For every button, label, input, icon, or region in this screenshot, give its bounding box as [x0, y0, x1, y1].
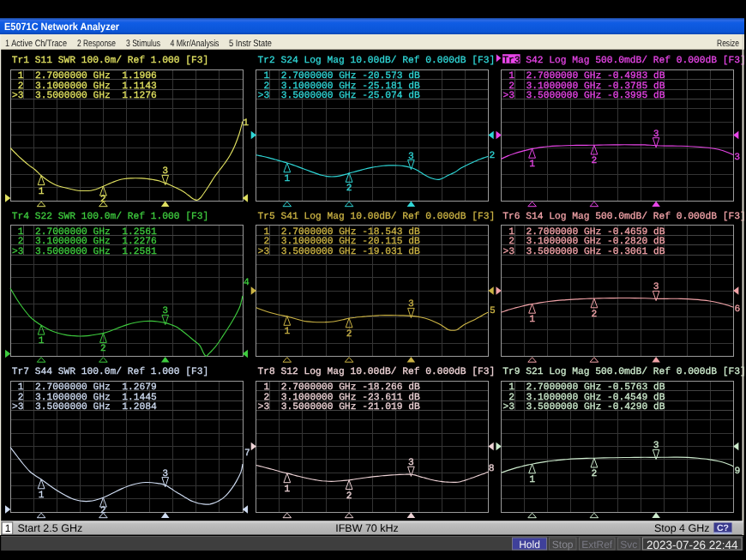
svg-text:1: 1 [284, 174, 290, 184]
svg-text:Tr1 S11 SWR 100.0m/ Ref 1.000: Tr1 S11 SWR 100.0m/ Ref 1.000 [F3] [12, 55, 209, 66]
svg-text:>3 3.5000000 GHz -0.3995 dB: >3 3.5000000 GHz -0.3995 dB [503, 90, 665, 101]
svg-text:Stop 4 GHz: Stop 4 GHz [654, 522, 710, 534]
svg-text:Start 2.5 GHz: Start 2.5 GHz [18, 522, 83, 534]
svg-text:ExtRef: ExtRef [581, 539, 613, 551]
svg-text:Tr8 S12 Log Mag 10.00dB/ Ref 0: Tr8 S12 Log Mag 10.00dB/ Ref 0.000dB [F3… [258, 366, 496, 377]
svg-text:1: 1 [5, 522, 11, 534]
svg-text:7: 7 [244, 449, 250, 459]
svg-text:1: 1 [529, 160, 535, 170]
svg-text:2: 2 [592, 156, 598, 166]
svg-text:1: 1 [243, 118, 249, 129]
svg-text:1: 1 [284, 485, 290, 495]
svg-text:>3 3.5000000 GHz 1.1276: >3 3.5000000 GHz 1.1276 [12, 91, 157, 101]
svg-text:3: 3 [408, 458, 414, 468]
svg-text:2 Response: 2 Response [77, 39, 116, 49]
svg-text:E5071C Network Analyzer: E5071C Network Analyzer [4, 21, 119, 33]
svg-text:Hold: Hold [519, 539, 540, 551]
svg-text:9: 9 [735, 467, 741, 477]
svg-text:1: 1 [39, 491, 45, 501]
svg-text:1 2.7000000 GHz -0.4983 dB: 1 2.7000000 GHz -0.4983 dB [503, 70, 665, 81]
svg-text:Tr9 S21 Log Mag 500.0mdB/ Ref: Tr9 S21 Log Mag 500.0mdB/ Ref 0.000dB [F… [502, 366, 746, 377]
svg-text:2 3.1000000 GHz -25.181 dB: 2 3.1000000 GHz -25.181 dB [258, 81, 420, 92]
svg-text:>3 3.5000000 GHz 1.2581: >3 3.5000000 GHz 1.2581 [12, 247, 157, 257]
svg-text:3: 3 [162, 166, 168, 177]
svg-text:4: 4 [244, 278, 250, 288]
svg-text:1 2.7000000 GHz -18.543 dB: 1 2.7000000 GHz -18.543 dB [258, 226, 420, 238]
svg-text:Resize: Resize [717, 39, 739, 49]
svg-text:2: 2 [490, 151, 496, 161]
svg-text:2 3.1000000 GHz -0.2820 dB: 2 3.1000000 GHz -0.2820 dB [503, 236, 665, 247]
svg-text:5: 5 [490, 306, 496, 316]
svg-text:2: 2 [592, 310, 598, 320]
svg-text:2: 2 [346, 184, 352, 194]
svg-text:C?: C? [717, 523, 729, 533]
svg-text:>3 3.5000000 GHz -0.4290 dB: >3 3.5000000 GHz -0.4290 dB [503, 401, 665, 412]
svg-text:3: 3 [653, 129, 659, 140]
svg-text:3: 3 [653, 282, 659, 292]
svg-text:1 2.7000000 GHz 1.2561: 1 2.7000000 GHz 1.2561 [12, 227, 157, 238]
svg-text:2 3.1000000 GHz 1.2276: 2 3.1000000 GHz 1.2276 [12, 237, 157, 247]
svg-text:1: 1 [529, 315, 535, 325]
svg-text:Tr7 S44 SWR 100.0m/ Ref 1.000: Tr7 S44 SWR 100.0m/ Ref 1.000 [F3] [12, 366, 209, 377]
svg-text:3: 3 [408, 299, 414, 310]
svg-text:3: 3 [734, 153, 740, 163]
svg-text:4 Mkr/Analysis: 4 Mkr/Analysis [171, 39, 220, 49]
svg-text:2 3.1000000 GHz -23.611 dB: 2 3.1000000 GHz -23.611 dB [258, 392, 420, 403]
svg-text:6: 6 [735, 304, 741, 315]
svg-text:1 2.7000000 GHz -0.5763 dB: 1 2.7000000 GHz -0.5763 dB [503, 382, 665, 393]
svg-text:8: 8 [489, 464, 495, 474]
svg-text:Tr4 S22 SWR 100.0m/ Ref 1.000: Tr4 S22 SWR 100.0m/ Ref 1.000 [F3] [12, 211, 209, 222]
svg-text:S42 Log Mag 500.0mdB/ Ref 0.00: S42 Log Mag 500.0mdB/ Ref 0.000dB [F3] [520, 55, 746, 66]
svg-text:1 2.7000000 GHz 1.2679: 1 2.7000000 GHz 1.2679 [12, 382, 157, 393]
svg-text:2 3.1000000 GHz 1.1445: 2 3.1000000 GHz 1.1445 [12, 393, 157, 403]
svg-text:1 Active Ch/Trace: 1 Active Ch/Trace [5, 39, 67, 49]
svg-text:1: 1 [39, 336, 45, 346]
svg-text:3: 3 [162, 306, 168, 316]
svg-text:1 2.7000000 GHz 1.1906: 1 2.7000000 GHz 1.1906 [12, 71, 157, 81]
svg-text:2 3.1000000 GHz -0.3785 dB: 2 3.1000000 GHz -0.3785 dB [503, 81, 665, 92]
svg-text:2: 2 [100, 195, 106, 205]
svg-text:2: 2 [346, 329, 352, 340]
svg-text:2: 2 [346, 491, 352, 502]
svg-text:2: 2 [592, 469, 598, 479]
svg-text:>3 3.5000000 GHz -21.019 dB: >3 3.5000000 GHz -21.019 dB [258, 401, 420, 412]
svg-text:2 3.1000000 GHz -20.115 dB: 2 3.1000000 GHz -20.115 dB [258, 236, 420, 247]
svg-text:1 2.7000000 GHz -18.266 dB: 1 2.7000000 GHz -18.266 dB [258, 382, 420, 393]
svg-text:>3 3.5000000 GHz -25.074 dB: >3 3.5000000 GHz -25.074 dB [258, 90, 420, 101]
svg-text:Tr6 S14 Log Mag 500.0mdB/ Ref: Tr6 S14 Log Mag 500.0mdB/ Ref 0.000dB [F… [502, 211, 746, 222]
svg-text:3: 3 [408, 152, 414, 162]
svg-text:1: 1 [529, 475, 535, 485]
svg-text:2 3.1000000 GHz 1.1143: 2 3.1000000 GHz 1.1143 [12, 81, 157, 92]
svg-text:1 2.7000000 GHz -20.573 dB: 1 2.7000000 GHz -20.573 dB [258, 70, 420, 81]
svg-text:Tr5 S41 Log Mag 10.00dB/ Ref 0: Tr5 S41 Log Mag 10.00dB/ Ref 0.000dB [F3… [258, 211, 496, 222]
svg-text:1 2.7000000 GHz -0.4659 dB: 1 2.7000000 GHz -0.4659 dB [503, 226, 665, 238]
svg-text:>3 3.5000000 GHz 1.2084: >3 3.5000000 GHz 1.2084 [12, 402, 157, 412]
svg-text:>3 3.5000000 GHz -19.031 dB: >3 3.5000000 GHz -19.031 dB [258, 246, 420, 257]
svg-text:1: 1 [39, 187, 45, 197]
svg-text:1: 1 [284, 327, 290, 337]
svg-text:2023-07-26 22:44: 2023-07-26 22:44 [647, 539, 738, 551]
svg-text:3 Stimulus: 3 Stimulus [126, 39, 160, 49]
svg-text:IFBW 70 kHz: IFBW 70 kHz [335, 522, 399, 534]
svg-text:Svc: Svc [620, 539, 637, 551]
svg-text:Tr3: Tr3 [502, 56, 520, 66]
svg-text:>3 3.5000000 GHz -0.3061 dB: >3 3.5000000 GHz -0.3061 dB [503, 246, 665, 257]
svg-text:5 Instr State: 5 Instr State [229, 39, 272, 49]
svg-text:2: 2 [100, 506, 106, 516]
svg-text:2 3.1000000 GHz -0.4549 dB: 2 3.1000000 GHz -0.4549 dB [503, 392, 665, 403]
svg-text:Tr2 S24 Log Mag 10.00dB/ Ref 0: Tr2 S24 Log Mag 10.00dB/ Ref 0.000dB [F3… [258, 55, 496, 66]
svg-text:3: 3 [162, 469, 168, 479]
svg-text:2: 2 [100, 344, 106, 354]
svg-text:3: 3 [653, 441, 659, 451]
svg-text:Stop: Stop [552, 539, 574, 551]
